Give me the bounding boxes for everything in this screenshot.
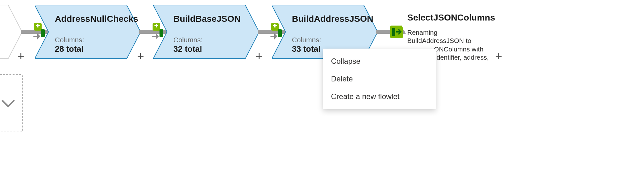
node-context-menu: Collapse Delete Create a new flowlet [323,49,436,109]
node-columns-label: Columns: [55,36,128,44]
menu-item-create-flowlet[interactable]: Create a new flowlet [323,88,436,105]
menu-item-collapse[interactable]: Collapse [323,52,436,70]
flow-node-buildbasejson[interactable]: BuildBaseJSON Columns: 32 total [153,5,259,59]
node-title: SelectJSONColumns [407,13,499,23]
dataflow-canvas[interactable]: AddressNullChecks Columns: 28 total + Bu… [0,0,644,178]
node-columns-label: Columns: [292,36,365,44]
add-step-button[interactable]: + [492,49,506,63]
chevron-down-icon [1,96,16,111]
node-title: BuildBaseJSON [173,14,247,24]
node-title: BuildAddressJSON [292,14,365,24]
node-columns-value: 28 total [55,44,128,54]
add-step-button[interactable]: + [14,49,28,63]
flow-node-addressnullchecks[interactable]: AddressNullChecks Columns: 28 total [35,5,141,59]
node-title: AddressNullChecks [55,14,128,24]
menu-item-delete[interactable]: Delete [323,70,436,88]
node-columns-label: Columns: [173,36,247,44]
add-step-button[interactable]: + [134,49,148,63]
add-step-button[interactable]: + [252,49,266,63]
node-columns-value: 32 total [173,44,247,54]
